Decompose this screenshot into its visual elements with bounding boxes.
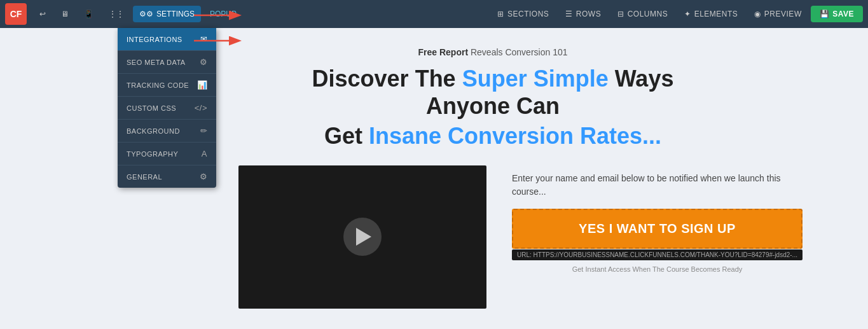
typography-icon: A: [202, 149, 207, 158]
background-icon: ✏: [200, 126, 208, 136]
popup-button[interactable]: POPUP: [203, 6, 243, 22]
integrations-icon: ✉: [200, 34, 208, 44]
headline-highlight1: Super Simple: [462, 66, 609, 92]
elements-button[interactable]: ✦ ELEMENTS: [677, 6, 745, 22]
seo-label: SEO META DATA: [127, 59, 186, 66]
dropdown-item-background[interactable]: BACKGROUND ✏: [118, 120, 216, 143]
undo-button[interactable]: ↩: [33, 6, 52, 22]
topbar-right: ⊞ SECTIONS ☰ ROWS ⊟ COLUMNS ✦ ELEMENTS ◉…: [490, 6, 863, 22]
rows-icon: ☰: [565, 10, 573, 18]
general-label: GENERAL: [127, 173, 162, 181]
popup-label: POPUP: [210, 10, 237, 18]
play-button[interactable]: [343, 218, 382, 256]
left-spacer: [0, 28, 118, 329]
sections-icon: ⊞: [497, 10, 504, 18]
headline-highlight2: Insane Conversion Rates...: [369, 123, 661, 149]
description-text: Enter your name and email below to be no…: [512, 172, 803, 199]
tracking-label: TRACKING CODE: [127, 81, 189, 89]
video-player[interactable]: [238, 165, 486, 309]
rows-button[interactable]: ☰ ROWS: [558, 6, 609, 22]
play-icon: [356, 228, 371, 246]
desktop-view-button[interactable]: 🖥: [55, 6, 75, 22]
dropdown-item-typography[interactable]: TYPOGRAPHY A: [118, 143, 216, 165]
headline-part1: Discover The: [312, 66, 462, 92]
dropdown-item-seo[interactable]: SEO META DATA ⚙: [118, 51, 216, 74]
url-tooltip: URL: HTTPS://YOURBUSINESSNAME.CLICKFUNNE…: [512, 249, 803, 260]
sections-button[interactable]: ⊞ SECTIONS: [490, 6, 556, 22]
topbar: CF ↩ 🖥 📱 ⋮⋮ ⚙⚙ SETTINGS POPUP ⊞ SECTIONS…: [0, 0, 868, 28]
mobile-icon: 📱: [84, 10, 93, 18]
preview-label: PREVIEW: [764, 10, 802, 18]
elements-icon: ✦: [684, 10, 691, 18]
tracking-icon: 📊: [197, 80, 208, 90]
rows-label: ROWS: [576, 10, 601, 18]
dropdown-item-integrations[interactable]: INTEGRATIONS ✉: [118, 28, 216, 51]
tagline-bold: Free Report: [418, 47, 469, 57]
signup-button[interactable]: YES I WANT TO SIGN UP: [512, 209, 803, 249]
headline-line2-part1: Get: [324, 123, 369, 149]
seo-icon: ⚙: [200, 57, 208, 67]
columns-button[interactable]: ⊟ COLUMNS: [610, 6, 675, 22]
preview-button[interactable]: ◉ PREVIEW: [747, 6, 809, 22]
background-label: BACKGROUND: [127, 127, 180, 135]
headline: Discover The Super Simple Ways Anyone Ca…: [270, 65, 715, 150]
settings-icon: ⚙⚙: [139, 10, 153, 18]
columns-icon: ⊟: [617, 10, 624, 18]
save-button[interactable]: 💾 SAVE: [811, 6, 863, 22]
extras-button[interactable]: ⋮⋮: [102, 6, 130, 22]
save-icon: 💾: [820, 10, 830, 18]
logo: CF: [5, 3, 27, 25]
desktop-icon: 🖥: [61, 10, 69, 18]
save-label: SAVE: [832, 10, 854, 18]
tagline-rest: Reveals Conversion 101: [471, 47, 568, 57]
css-label: CUSTOM CSS: [127, 104, 176, 112]
preview-icon: ◉: [754, 10, 761, 18]
css-icon: </>: [195, 103, 207, 113]
dropdown-item-css[interactable]: CUSTOM CSS </>: [118, 97, 216, 120]
settings-label: SETTINGS: [156, 10, 195, 18]
typography-label: TYPOGRAPHY: [127, 150, 178, 158]
right-panel: Enter your name and email below to be no…: [512, 165, 803, 273]
settings-button[interactable]: ⚙⚙ SETTINGS: [133, 6, 201, 22]
mobile-view-button[interactable]: 📱: [78, 6, 100, 22]
dropdown-item-tracking[interactable]: TRACKING CODE 📊: [118, 74, 216, 97]
sections-label: SECTIONS: [507, 10, 549, 18]
settings-dropdown: INTEGRATIONS ✉ SEO META DATA ⚙ TRACKING …: [118, 28, 216, 188]
headline-line2: Get Insane Conversion Rates...: [270, 122, 715, 150]
access-text: Get Instant Access When The Course Becom…: [512, 265, 803, 273]
content-row: Enter your name and email below to be no…: [238, 165, 747, 309]
page-content: Free Report Reveals Conversion 101 Disco…: [118, 28, 868, 329]
extras-icon: ⋮⋮: [109, 10, 124, 18]
elements-label: ELEMENTS: [694, 10, 738, 18]
tagline: Free Report Reveals Conversion 101: [418, 47, 568, 57]
general-icon: ⚙: [200, 172, 208, 181]
dropdown-item-general[interactable]: GENERAL ⚙: [118, 165, 216, 188]
integrations-label: INTEGRATIONS: [127, 36, 183, 43]
columns-label: COLUMNS: [628, 10, 668, 18]
undo-icon: ↩: [39, 10, 46, 18]
